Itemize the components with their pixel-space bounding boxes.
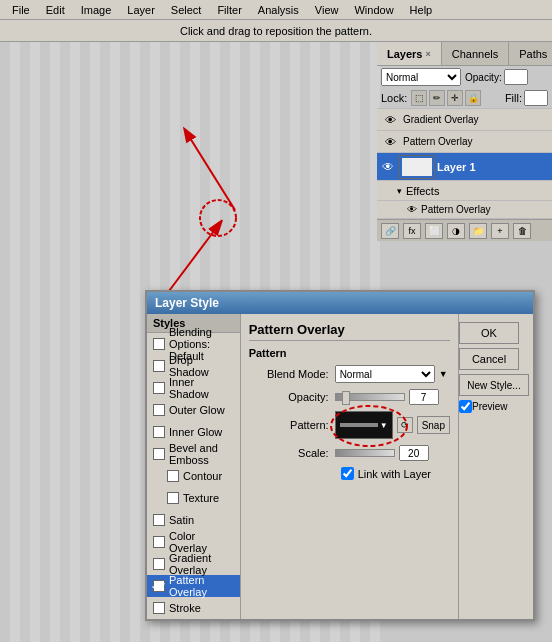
lock-transparent-icon[interactable]: ⬚	[411, 90, 427, 106]
pattern-preview-wrapper: ▼ ⟳	[335, 411, 413, 439]
eye-layer1[interactable]: 👁	[379, 158, 397, 176]
style-inner-glow[interactable]: Inner Glow	[147, 421, 240, 443]
checkbox-drop-shadow[interactable]	[153, 360, 165, 372]
menu-bar: File Edit Image Layer Select Filter Anal…	[0, 0, 552, 20]
fill-input[interactable]	[524, 90, 548, 106]
settings-section: Pattern	[249, 347, 450, 359]
style-outer-glow[interactable]: Outer Glow	[147, 399, 240, 421]
cancel-button[interactable]: Cancel	[459, 348, 519, 370]
menu-window[interactable]: Window	[346, 3, 401, 17]
preview-label[interactable]: Preview	[459, 400, 529, 413]
blend-mode-select[interactable]: Normal	[381, 68, 461, 86]
group-button[interactable]: 📁	[469, 223, 487, 239]
tab-layers[interactable]: Layers ×	[377, 42, 442, 65]
effects-group: ▾ Effects 👁 Pattern Overlay	[377, 181, 552, 219]
pattern-dropdown-arrow: ▼	[380, 421, 388, 430]
delete-layer-button[interactable]: 🗑	[513, 223, 531, 239]
checkbox-gradient-overlay[interactable]	[153, 558, 165, 570]
tab-layers-close[interactable]: ×	[425, 49, 430, 59]
checkbox-texture[interactable]	[167, 492, 179, 504]
effects-header: ▾ Effects	[377, 181, 552, 201]
style-texture[interactable]: Texture	[147, 487, 240, 509]
layer-pattern-overlay-row: 👁 Pattern Overlay	[377, 131, 552, 153]
checkbox-color-overlay[interactable]	[153, 536, 165, 548]
link-layer-label[interactable]: Link with Layer	[341, 467, 431, 480]
layer-style-dialog: Layer Style Styles Blending Options: Def…	[145, 290, 535, 621]
tab-channels[interactable]: Channels	[442, 42, 509, 65]
gradient-overlay-label: Gradient Overlay	[403, 114, 479, 125]
opacity-settings-label: Opacity:	[249, 391, 329, 403]
checkbox-satin[interactable]	[153, 514, 165, 526]
mask-button[interactable]: ⬜	[425, 223, 443, 239]
lock-all-icon[interactable]: 🔒	[465, 90, 481, 106]
snap-button[interactable]: Snap	[417, 416, 450, 434]
link-layer-text: Link with Layer	[358, 468, 431, 480]
style-color-overlay[interactable]: Color Overlay	[147, 531, 240, 553]
panel-tabs: Layers × Channels Paths	[377, 42, 552, 66]
opacity-value-input[interactable]: 7	[409, 389, 439, 405]
fx-button[interactable]: fx	[403, 223, 421, 239]
menu-filter[interactable]: Filter	[209, 3, 249, 17]
lock-move-icon[interactable]: ✛	[447, 90, 463, 106]
effect-pattern-label: Pattern Overlay	[421, 204, 490, 215]
scale-slider[interactable]	[335, 449, 395, 457]
menu-file[interactable]: File	[4, 3, 38, 17]
menu-analysis[interactable]: Analysis	[250, 3, 307, 17]
eye-pattern-overlay[interactable]: 👁	[381, 133, 399, 151]
style-blending-options[interactable]: Blending Options: Default	[147, 333, 240, 355]
checkbox-contour[interactable]	[167, 470, 179, 482]
lock-icons: ⬚ ✏ ✛ 🔒	[411, 90, 481, 106]
scale-settings-row: Scale: 20	[249, 445, 450, 461]
link-button[interactable]: 🔗	[381, 223, 399, 239]
menu-edit[interactable]: Edit	[38, 3, 73, 17]
style-stroke[interactable]: Stroke	[147, 597, 240, 619]
style-pattern-overlay[interactable]: ✓ Pattern Overlay	[147, 575, 240, 597]
pattern-label: Pattern:	[249, 419, 329, 431]
style-contour[interactable]: Contour	[147, 465, 240, 487]
checkbox-inner-glow[interactable]	[153, 426, 165, 438]
opacity-input[interactable]	[504, 69, 528, 85]
effect-pattern-overlay[interactable]: 👁 Pattern Overlay	[377, 201, 552, 219]
pattern-reset-btn[interactable]: ⟳	[397, 417, 413, 433]
new-layer-button[interactable]: +	[491, 223, 509, 239]
ok-button[interactable]: OK	[459, 322, 519, 344]
eye-gradient-overlay[interactable]: 👁	[381, 111, 399, 129]
opacity-slider[interactable]	[335, 393, 405, 401]
menu-image[interactable]: Image	[73, 3, 120, 17]
menu-select[interactable]: Select	[163, 3, 210, 17]
pattern-overlay-label: Pattern Overlay	[403, 136, 472, 147]
layer-1-entry[interactable]: 👁 Layer 1	[377, 153, 552, 181]
adjustment-button[interactable]: ◑	[447, 223, 465, 239]
tab-paths[interactable]: Paths	[509, 42, 552, 65]
effects-collapse-icon[interactable]: ▾	[397, 186, 402, 196]
eye-sub-pattern[interactable]: 👁	[405, 201, 419, 219]
checkbox-stroke[interactable]	[153, 602, 165, 614]
style-drop-shadow[interactable]: Drop Shadow	[147, 355, 240, 377]
checkbox-outer-glow[interactable]	[153, 404, 165, 416]
preview-text: Preview	[472, 401, 508, 412]
style-satin[interactable]: Satin	[147, 509, 240, 531]
menu-help[interactable]: Help	[402, 3, 441, 17]
pattern-dropdown[interactable]: ▼	[335, 411, 393, 439]
lock-paint-icon[interactable]: ✏	[429, 90, 445, 106]
style-gradient-overlay[interactable]: Gradient Overlay	[147, 553, 240, 575]
dialog-title-bar: Layer Style	[147, 292, 533, 314]
opacity-slider-thumb[interactable]	[342, 391, 350, 405]
styles-list: Styles Blending Options: Default Drop Sh…	[147, 314, 241, 619]
style-inner-shadow[interactable]: Inner Shadow	[147, 377, 240, 399]
menu-layer[interactable]: Layer	[119, 3, 163, 17]
blend-mode-settings-select[interactable]: Normal	[335, 365, 435, 383]
menu-view[interactable]: View	[307, 3, 347, 17]
lock-label: Lock:	[381, 92, 407, 104]
scale-value-input[interactable]: 20	[399, 445, 429, 461]
preview-checkbox[interactable]	[459, 400, 472, 413]
pattern-settings-row: Pattern: ▼ ⟳ Snap	[249, 411, 450, 439]
style-bevel-emboss[interactable]: Bevel and Emboss	[147, 443, 240, 465]
new-style-button[interactable]: New Style...	[459, 374, 529, 396]
checkbox-inner-shadow[interactable]	[153, 382, 165, 394]
checkbox-bevel-emboss[interactable]	[153, 448, 165, 460]
checkbox-pattern-overlay[interactable]: ✓	[153, 580, 165, 592]
settings-title: Pattern Overlay	[249, 322, 450, 341]
link-layer-checkbox[interactable]	[341, 467, 354, 480]
checkbox-blending[interactable]	[153, 338, 165, 350]
